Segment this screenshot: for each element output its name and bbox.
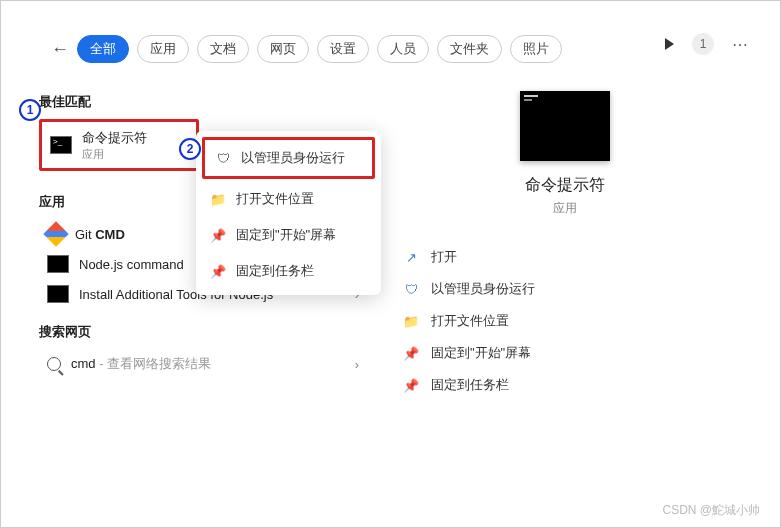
pin-icon: 📌 xyxy=(403,346,419,361)
ctx-label: 打开文件位置 xyxy=(236,190,314,208)
shield-icon: 🛡 xyxy=(403,282,419,297)
pin-icon: 📌 xyxy=(403,378,419,393)
best-match-highlight: 命令提示符 应用 xyxy=(39,119,199,171)
annotation-1: 1 xyxy=(19,99,41,121)
shield-icon: 🛡 xyxy=(215,150,231,166)
ctx-pin-taskbar[interactable]: 📌 固定到任务栏 xyxy=(200,253,377,289)
result-title: cmd - 查看网络搜索结果 xyxy=(71,355,211,373)
action-label: 以管理员身份运行 xyxy=(431,280,535,298)
action-open-location[interactable]: 📁 打开文件位置 xyxy=(399,305,730,337)
tab-all[interactable]: 全部 xyxy=(77,35,129,63)
open-icon: ↗ xyxy=(403,250,419,265)
action-pin-start[interactable]: 📌 固定到"开始"屏幕 xyxy=(399,337,730,369)
terminal-icon xyxy=(47,255,69,273)
ctx-label: 固定到任务栏 xyxy=(236,262,314,280)
tab-people[interactable]: 人员 xyxy=(377,35,429,63)
action-label: 打开 xyxy=(431,248,457,266)
tab-folders[interactable]: 文件夹 xyxy=(437,35,502,63)
back-arrow[interactable]: ← xyxy=(51,39,69,60)
tab-photos[interactable]: 照片 xyxy=(510,35,562,63)
context-admin-highlight: 🛡 以管理员身份运行 xyxy=(202,137,375,179)
folder-icon: 📁 xyxy=(403,314,419,329)
pin-icon: 📌 xyxy=(210,263,226,279)
search-icon xyxy=(47,357,61,371)
ctx-pin-start[interactable]: 📌 固定到"开始"屏幕 xyxy=(200,217,377,253)
tab-docs[interactable]: 文档 xyxy=(197,35,249,63)
more-icon[interactable]: ⋯ xyxy=(732,35,750,54)
section-best-match: 最佳匹配 xyxy=(39,93,369,111)
play-icon[interactable] xyxy=(665,38,674,50)
tab-web[interactable]: 网页 xyxy=(257,35,309,63)
action-label: 固定到"开始"屏幕 xyxy=(431,344,531,362)
result-subtype: 应用 xyxy=(82,147,147,162)
watermark: CSDN @鮀城小帅 xyxy=(662,502,760,519)
ctx-open-location[interactable]: 📁 打开文件位置 xyxy=(200,181,377,217)
ctx-label: 固定到"开始"屏幕 xyxy=(236,226,336,244)
preview-subtype: 应用 xyxy=(399,200,730,217)
preview-title: 命令提示符 xyxy=(399,175,730,196)
result-web-cmd[interactable]: cmd - 查看网络搜索结果 › xyxy=(39,349,369,379)
result-cmd-prompt[interactable]: 命令提示符 应用 xyxy=(48,126,190,164)
pin-icon: 📌 xyxy=(210,227,226,243)
result-title: Node.js command xyxy=(79,257,184,272)
action-label: 固定到任务栏 xyxy=(431,376,509,394)
preview-app-icon xyxy=(520,91,610,161)
terminal-icon xyxy=(47,285,69,303)
context-menu: 🛡 以管理员身份运行 📁 打开文件位置 📌 固定到"开始"屏幕 📌 固定到任务栏 xyxy=(196,131,381,295)
action-label: 打开文件位置 xyxy=(431,312,509,330)
cmd-icon xyxy=(50,136,72,154)
chevron-right-icon: › xyxy=(355,357,359,372)
result-title: 命令提示符 xyxy=(82,130,147,145)
tab-settings[interactable]: 设置 xyxy=(317,35,369,63)
ctx-label: 以管理员身份运行 xyxy=(241,149,345,167)
annotation-2: 2 xyxy=(179,138,201,160)
result-title: Git CMD xyxy=(75,227,125,242)
section-web: 搜索网页 xyxy=(39,323,369,341)
git-icon xyxy=(43,221,68,246)
action-run-admin[interactable]: 🛡 以管理员身份运行 xyxy=(399,273,730,305)
folder-icon: 📁 xyxy=(210,191,226,207)
action-pin-taskbar[interactable]: 📌 固定到任务栏 xyxy=(399,369,730,401)
preview-actions: ↗ 打开 🛡 以管理员身份运行 📁 打开文件位置 📌 固定到"开始"屏幕 📌 固… xyxy=(399,241,730,401)
ctx-run-admin[interactable]: 🛡 以管理员身份运行 xyxy=(205,140,372,176)
action-open[interactable]: ↗ 打开 xyxy=(399,241,730,273)
tab-apps[interactable]: 应用 xyxy=(137,35,189,63)
count-badge[interactable]: 1 xyxy=(692,33,714,55)
